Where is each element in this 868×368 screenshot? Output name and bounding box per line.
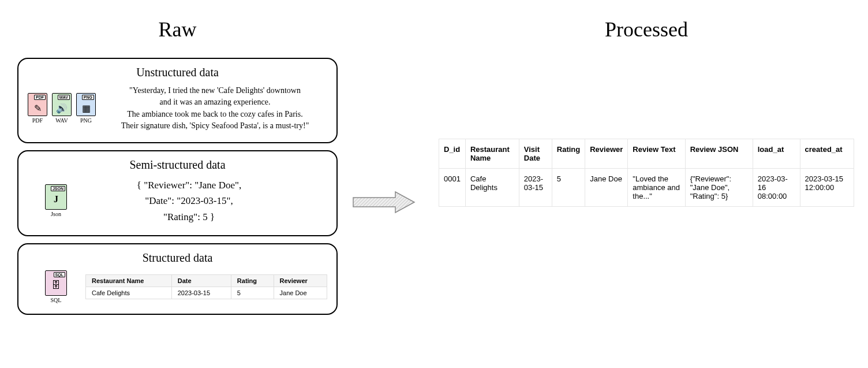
- unstructured-quote: "Yesterday, I tried the new 'Cafe Deligh…: [103, 85, 327, 132]
- processed-th: Reviewer: [585, 139, 628, 169]
- pdf-icon-wrap: PDF ✎ PDF: [28, 93, 47, 124]
- processed-table-wrap: D_id Restaurant Name Visit Date Rating R…: [439, 139, 854, 207]
- structured-panel: Structured data SQL 🗄 SQL Restaurant Nam…: [17, 243, 338, 315]
- raw-title: Raw: [17, 17, 338, 42]
- table-row: Cafe Delights 2023-03-15 5 Jane Doe: [86, 287, 327, 299]
- json-icon-wrap: JSON J Json: [45, 184, 67, 217]
- processed-th: Review Text: [628, 139, 685, 169]
- png-icon: PNG ▦: [76, 93, 96, 116]
- sql-icon-wrap: SQL 🗄 SQL: [45, 270, 67, 303]
- processed-th: created_at: [800, 139, 854, 169]
- sql-icon: SQL 🗄: [45, 270, 67, 296]
- semi-structured-json: { "Reviewer": "Jane Doe", "Date": "2023-…: [74, 177, 327, 225]
- pdf-icon: PDF ✎: [28, 93, 47, 116]
- processed-th: Restaurant Name: [465, 139, 519, 169]
- unstructured-icons: PDF ✎ PDF WAV 🔊 WAV PNG ▦: [28, 93, 96, 124]
- mini-th: Rating: [231, 274, 274, 287]
- structured-mini-table: Restaurant Name Date Rating Reviewer Caf…: [85, 274, 327, 299]
- structured-title: Structured data: [28, 251, 327, 265]
- processed-th: Review JSON: [685, 139, 753, 169]
- mini-th: Date: [171, 274, 231, 287]
- processed-table: D_id Restaurant Name Visit Date Rating R…: [439, 139, 854, 207]
- wav-icon: WAV 🔊: [52, 93, 72, 116]
- processed-title: Processed: [439, 17, 854, 42]
- processed-th: D_id: [439, 139, 466, 169]
- unstructured-panel: Unstructured data PDF ✎ PDF WAV 🔊 WAV: [17, 58, 338, 143]
- table-row: 0001 Cafe Delights 2023-03-15 5 Jane Doe…: [439, 169, 854, 207]
- semi-structured-title: Semi-structured data: [28, 158, 327, 172]
- mini-th: Restaurant Name: [86, 274, 172, 287]
- processed-th: load_at: [753, 139, 800, 169]
- png-icon-wrap: PNG ▦ PNG: [76, 93, 96, 124]
- unstructured-title: Unstructured data: [28, 66, 327, 79]
- mini-th: Reviewer: [274, 274, 327, 287]
- json-icon: JSON J: [45, 184, 67, 210]
- arrow-icon: [352, 191, 416, 214]
- raw-column: Unstructured data PDF ✎ PDF WAV 🔊 WAV: [17, 58, 338, 322]
- semi-structured-panel: Semi-structured data JSON J Json { "Revi…: [17, 150, 338, 236]
- wav-icon-wrap: WAV 🔊 WAV: [52, 93, 72, 124]
- processed-th: Rating: [552, 139, 585, 169]
- processed-th: Visit Date: [519, 139, 552, 169]
